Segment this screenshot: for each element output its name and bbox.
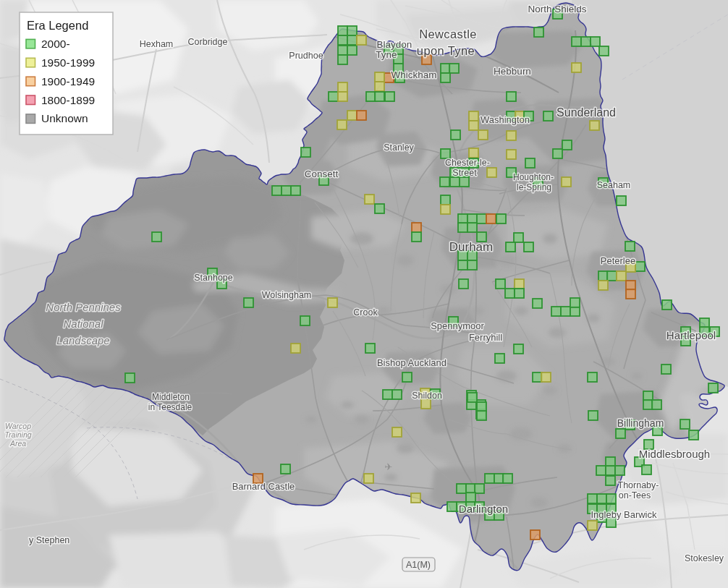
svg-text:on-Tees: on-Tees xyxy=(619,490,651,500)
svg-text:2000-: 2000- xyxy=(41,38,70,50)
svg-text:Thornaby-: Thornaby- xyxy=(618,480,659,490)
svg-text:Middleton: Middleton xyxy=(152,392,190,402)
svg-text:Shildon: Shildon xyxy=(412,391,442,401)
svg-text:Blaydon: Blaydon xyxy=(377,39,412,50)
svg-text:in Teesdale: in Teesdale xyxy=(148,402,192,412)
svg-text:1900-1949: 1900-1949 xyxy=(41,75,95,88)
svg-text:Middlesbrough: Middlesbrough xyxy=(639,448,710,460)
svg-text:Unknown: Unknown xyxy=(41,112,88,124)
svg-text:Consett: Consett xyxy=(305,169,339,179)
svg-text:upon Tyne: upon Tyne xyxy=(417,44,475,57)
svg-text:Area: Area xyxy=(9,439,26,448)
svg-text:Durham: Durham xyxy=(449,240,493,254)
svg-text:Stanley: Stanley xyxy=(384,142,414,153)
svg-text:1800-1899: 1800-1899 xyxy=(41,94,95,106)
svg-text:Hartlepool: Hartlepool xyxy=(666,329,716,341)
svg-text:Newcastle: Newcastle xyxy=(419,27,477,41)
svg-text:Stokesley: Stokesley xyxy=(685,553,724,563)
svg-text:Hexham: Hexham xyxy=(140,39,174,49)
svg-text:Peterlee: Peterlee xyxy=(601,255,635,266)
svg-text:Ingleby Barwick: Ingleby Barwick xyxy=(591,509,657,520)
svg-text:Houghton-: Houghton- xyxy=(513,172,554,182)
svg-text:Wolsingham: Wolsingham xyxy=(262,290,312,300)
svg-text:Street: Street xyxy=(452,168,477,178)
svg-text:Tyne: Tyne xyxy=(376,49,397,60)
svg-text:Chester-le-: Chester-le- xyxy=(445,158,490,168)
svg-text:National: National xyxy=(63,318,103,330)
svg-text:Billingham: Billingham xyxy=(617,417,664,429)
svg-text:Prudhoe: Prudhoe xyxy=(289,51,323,61)
svg-text:Darlington: Darlington xyxy=(459,503,508,515)
svg-text:Whickham: Whickham xyxy=(391,69,436,80)
svg-text:1950-1999: 1950-1999 xyxy=(41,56,95,69)
svg-text:Hebburn: Hebburn xyxy=(494,66,531,77)
svg-text:Barnard Castle: Barnard Castle xyxy=(232,481,295,492)
svg-text:Spennymoor: Spennymoor xyxy=(431,320,484,331)
svg-text:Ferryhill: Ferryhill xyxy=(469,332,502,343)
svg-text:Stanhope: Stanhope xyxy=(194,273,233,283)
svg-text:Warcop: Warcop xyxy=(5,422,31,430)
svg-text:Corbridge: Corbridge xyxy=(188,37,228,47)
svg-text:A1(M): A1(M) xyxy=(406,560,431,570)
svg-text:y Stephen: y Stephen xyxy=(29,535,69,545)
svg-text:Bishop Auckland: Bishop Auckland xyxy=(377,357,446,368)
svg-text:Landscape: Landscape xyxy=(56,334,109,346)
svg-text:Washington: Washington xyxy=(481,114,530,125)
svg-text:Era Legend: Era Legend xyxy=(27,19,88,32)
svg-text:Seaham: Seaham xyxy=(597,180,631,190)
svg-text:Sunderland: Sunderland xyxy=(556,106,616,119)
svg-text:Training: Training xyxy=(4,430,31,439)
svg-text:North Shields: North Shields xyxy=(528,4,586,14)
svg-text:North Pennines: North Pennines xyxy=(46,301,121,313)
svg-text:✈: ✈ xyxy=(385,461,393,472)
svg-text:le-Spring: le-Spring xyxy=(517,182,551,192)
svg-text:Crook: Crook xyxy=(353,307,378,318)
